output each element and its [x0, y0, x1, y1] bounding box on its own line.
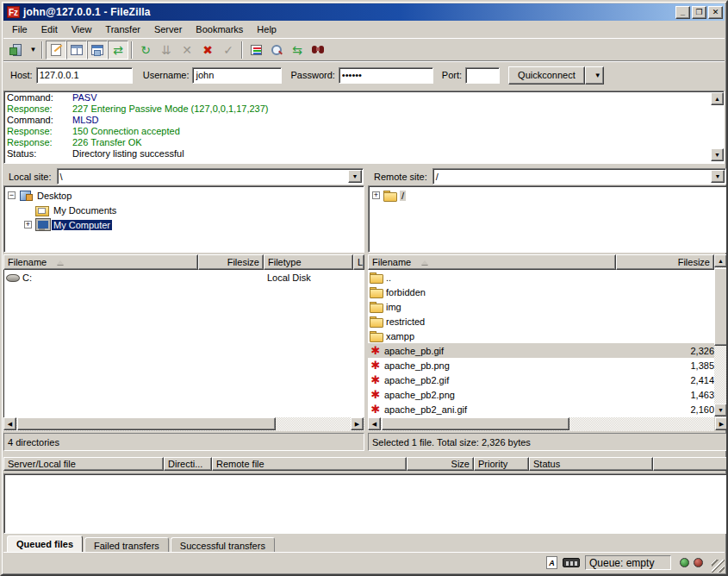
remote-file-row[interactable]: img — [368, 299, 714, 314]
site-manager-button[interactable] — [7, 41, 28, 59]
reconnect-button[interactable]: ✓ — [218, 41, 239, 59]
remote-hscroll-left[interactable]: ◀ — [368, 417, 381, 430]
local-site-combobox[interactable]: \ ▼ — [57, 168, 364, 185]
tree-item-my-documents[interactable]: My Documents — [8, 203, 364, 217]
filezilla-window: Fz john@127.0.0.1 - FileZilla _ ❐ ✕ File… — [0, 0, 728, 576]
disconnect-button[interactable]: ✖ — [197, 41, 218, 59]
chevron-down-icon[interactable]: ▼ — [711, 170, 725, 183]
local-col-last-modified[interactable]: L — [353, 254, 364, 270]
close-button[interactable]: ✕ — [708, 6, 723, 19]
tab-successful-transfers[interactable]: Successful transfers — [171, 537, 275, 553]
local-col-filetype[interactable]: Filetype — [264, 254, 353, 270]
local-col-filename[interactable]: Filename — [3, 254, 198, 270]
local-file-row[interactable]: C: Local Disk — [4, 270, 364, 285]
refresh-button[interactable]: ↻ — [135, 41, 156, 59]
remote-file-row-selected[interactable]: ✱apache_pb.gif2,326 — [368, 343, 714, 358]
message-log[interactable]: Command:PASV Response:227 Entering Passi… — [3, 91, 725, 164]
queue-col-status[interactable]: Status — [529, 457, 653, 471]
desktop-icon — [19, 190, 33, 201]
local-tree-toggle-button[interactable] — [66, 41, 87, 59]
local-hscroll-left[interactable]: ◀ — [3, 417, 16, 430]
remote-file-row[interactable]: ✱apache_pb2_ani.gif2,160 — [368, 402, 714, 416]
process-queue-button[interactable]: ⇊ — [156, 41, 177, 59]
username-input[interactable] — [192, 67, 282, 84]
tree-item-desktop[interactable]: − Desktop — [8, 188, 364, 203]
activity-led-red-icon — [694, 558, 703, 567]
log-line: Status:Directory listing successful — [7, 148, 724, 160]
message-log-toggle-button[interactable] — [46, 41, 66, 59]
remote-file-row[interactable]: ✱apache_pb2.gif2,414 — [368, 373, 714, 387]
queue-col-server-local[interactable]: Server/Local file — [3, 457, 164, 471]
local-hscroll-right[interactable]: ▶ — [351, 417, 364, 430]
local-hscroll-thumb[interactable] — [17, 417, 276, 430]
remote-tree-toggle-button[interactable] — [87, 41, 108, 59]
port-input[interactable] — [465, 67, 500, 84]
tab-failed-transfers[interactable]: Failed transfers — [84, 537, 169, 553]
host-input[interactable] — [36, 67, 133, 84]
site-manager-dropdown[interactable]: ▼ — [28, 41, 39, 59]
filter-button[interactable] — [246, 41, 266, 59]
remote-file-row[interactable]: ✱apache_pb.png1,385 — [368, 358, 714, 373]
remote-file-row[interactable]: ✱apache_pb2.png1,463 — [368, 387, 714, 402]
folder-icon — [370, 330, 383, 341]
menu-bookmarks[interactable]: Bookmarks — [189, 22, 250, 36]
collapse-icon[interactable]: − — [8, 191, 16, 199]
log-line: Command:PASV — [7, 92, 724, 103]
remote-site-combobox[interactable]: / ▼ — [432, 168, 726, 185]
remote-hscroll-thumb[interactable] — [382, 417, 569, 430]
menu-server[interactable]: Server — [147, 22, 189, 36]
remote-vscroll-up[interactable]: ▲ — [714, 254, 727, 267]
log-scroll-up[interactable]: ▲ — [711, 92, 724, 105]
quickconnect-dropdown[interactable]: ▼ — [585, 66, 604, 85]
log-scroll-down[interactable]: ▼ — [711, 148, 724, 161]
chevron-down-icon: ▼ — [30, 44, 37, 56]
tree-item-my-computer[interactable]: + My Computer — [8, 217, 364, 232]
menu-file[interactable]: File — [5, 22, 34, 36]
menu-transfer[interactable]: Transfer — [98, 22, 147, 36]
queue-col-priority[interactable]: Priority — [474, 457, 529, 471]
remote-site-label: Remote site: — [370, 172, 432, 182]
remote-vscroll-thumb[interactable] — [714, 268, 728, 346]
synchronized-browsing-button[interactable]: ⇆ — [287, 41, 308, 59]
resize-grip[interactable] — [712, 560, 725, 573]
expand-icon[interactable]: + — [24, 221, 32, 229]
sync-arrows-icon: ⇆ — [292, 44, 302, 56]
remote-file-row[interactable]: forbidden — [368, 285, 714, 299]
remote-col-filename[interactable]: Filename — [368, 254, 616, 270]
panel-splitter[interactable] — [364, 167, 368, 452]
transfer-type-icon[interactable]: A — [546, 556, 557, 569]
menu-edit[interactable]: Edit — [34, 22, 65, 36]
password-input[interactable] — [339, 67, 433, 84]
find-files-button[interactable] — [266, 41, 287, 59]
transfer-queue-toggle-button[interactable]: ⇄ — [108, 41, 128, 59]
directory-comparison-button[interactable] — [308, 41, 328, 59]
tab-queued-files[interactable]: Queued files — [7, 535, 83, 553]
remote-vscroll-down[interactable]: ▼ — [714, 404, 727, 416]
maximize-button[interactable]: ❐ — [692, 6, 706, 19]
tree-item-root[interactable]: + / — [372, 188, 727, 203]
remote-tree-icon — [91, 45, 103, 55]
queue-col-remote-file[interactable]: Remote file — [212, 457, 407, 471]
expand-icon[interactable]: + — [372, 191, 380, 199]
menu-view[interactable]: View — [65, 22, 99, 36]
minimize-button[interactable]: _ — [675, 6, 690, 19]
folder-icon — [370, 286, 383, 297]
remote-col-filesize[interactable]: Filesize — [616, 254, 714, 270]
folder-icon — [383, 190, 397, 201]
chevron-down-icon[interactable]: ▼ — [348, 170, 362, 183]
remote-file-row[interactable]: restricted — [368, 314, 714, 329]
title-bar[interactable]: Fz john@127.0.0.1 - FileZilla _ ❐ ✕ — [3, 3, 725, 21]
quickconnect-button[interactable]: Quickconnect — [508, 66, 585, 85]
remote-hscroll-right[interactable]: ▶ — [715, 417, 728, 430]
speed-limit-icon[interactable] — [563, 558, 580, 567]
menu-help[interactable]: Help — [250, 22, 283, 36]
remote-file-row[interactable]: .. — [368, 270, 714, 285]
folder-icon — [370, 272, 383, 283]
queue-col-size[interactable]: Size — [407, 457, 474, 471]
cancel-operation-button[interactable]: ✕ — [177, 41, 197, 59]
queue-arrows-icon: ⇄ — [113, 44, 123, 56]
local-col-filesize[interactable]: Filesize — [198, 254, 264, 270]
queue-col-direction[interactable]: Directi... — [164, 457, 212, 471]
remote-file-row[interactable]: xampp — [368, 329, 714, 343]
folder-icon — [370, 301, 383, 312]
